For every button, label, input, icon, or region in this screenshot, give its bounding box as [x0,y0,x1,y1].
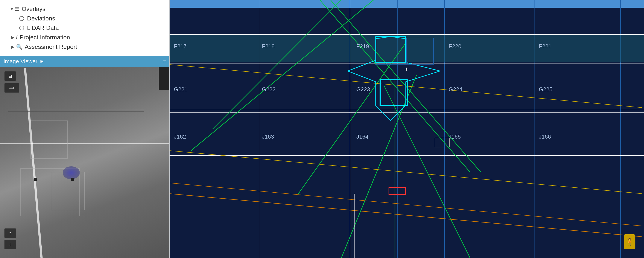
cell-F220: F220 [449,43,461,50]
right-panel: F217 F218 F219 F220 F221 G221 G222 G223 … [170,0,644,258]
svg-line-4 [298,43,406,194]
cell-J164: J164 [356,134,368,140]
crosshair-icon: + [405,66,408,72]
cell-F219: F219 [356,43,369,50]
window-close-btn[interactable]: □ [163,59,166,64]
hline-g-bot2 [170,112,644,112]
chevron-down-icon: ▾ [11,6,13,12]
left-panel: ▾ ☰ Overlays Deviations LiDAR Data ▶ i P… [0,0,170,258]
cyan-rect-bot [380,80,408,105]
cell-F218: F218 [262,43,274,50]
cell-G223: G223 [356,86,370,93]
chevron-right-icon: ▶ [11,35,14,40]
hline-f-top [170,34,644,35]
cell-J162: J162 [174,134,186,140]
tree-item-assessment[interactable]: ▶ 🔍 Assessment Report [2,42,167,52]
project-info-label: Project Information [20,34,70,41]
image-viewer-header: Image Viewer ⊞ □ [0,56,169,67]
map-top-bar [170,0,644,8]
cell-J165: J165 [449,134,461,140]
image-viewer-body: ⊟ ⟺ ↑ ↓ [0,67,169,258]
person-icon: 🧍 [624,234,636,249]
resize-icon: ⟺ [9,86,14,90]
ground-stripe-1 [24,68,43,258]
search-icon: 🔍 [16,44,22,50]
main-container: ▾ ☰ Overlays Deviations LiDAR Data ▶ i P… [0,0,644,258]
svg-line-3 [191,0,374,151]
cell-G221: G221 [174,86,188,93]
folder-icon: ☰ [15,6,20,12]
radio-deviations[interactable] [19,16,24,21]
red-rect [388,187,406,195]
cell-G222: G222 [262,86,276,93]
gray-rect [435,138,450,147]
cell-J166: J166 [539,134,551,140]
track-line-1 [8,109,144,109]
viewer-controls: ⊟ ⟺ [4,71,19,93]
ground-rect-1 [30,120,68,159]
hline-g-bot [170,110,644,110]
chevron-right-icon2: ▶ [11,44,14,50]
down-arrow-icon: ↓ [9,241,12,248]
ground-hline-1 [0,143,169,144]
header-left: Image Viewer ⊞ [4,58,44,65]
tree-item-deviations[interactable]: Deviations [2,14,167,23]
monitor-btn[interactable]: ⊟ [4,71,16,81]
track-line-2 [8,111,144,112]
dot-1 [34,178,37,181]
expand-btn[interactable]: ↓ [4,240,16,249]
blue-box-f219b [406,38,434,65]
info-icon: i [16,35,18,40]
tree-item-project-info[interactable]: ▶ i Project Information [2,33,167,42]
cell-F221: F221 [539,43,552,50]
deviations-label: Deviations [27,15,55,22]
dark-corner [159,67,169,90]
svg-line-11 [170,194,642,237]
cell-G224: G224 [449,86,462,93]
resize-btn[interactable]: ⟺ [4,83,19,93]
radio-lidar[interactable] [19,26,24,30]
dot-2 [71,178,74,181]
blue-box-f219 [374,38,407,65]
assessment-label: Assessment Report [25,44,77,50]
hline-j-top2 [170,155,644,156]
image-viewer-icon: ⊞ [40,59,44,64]
overlays-label: Overlays [22,6,45,13]
image-viewer-title: Image Viewer [4,58,38,65]
lidar-label: LiDAR Data [27,25,59,31]
svg-line-12 [170,183,642,226]
blue-marker [63,166,80,179]
up-arrow-icon: ↑ [9,230,12,236]
viewer-bottom-controls: ↑ ↓ [4,228,16,249]
cell-G225: G225 [539,86,552,93]
ground-image: ⊟ ⟺ ↑ ↓ [0,67,169,258]
tree-panel: ▾ ☰ Overlays Deviations LiDAR Data ▶ i P… [0,0,169,56]
monitor-icon: ⊟ [8,74,12,79]
svg-line-10 [170,151,642,194]
cell-J163: J163 [262,134,274,140]
cell-F217: F217 [174,43,186,50]
tree-item-overlays[interactable]: ▾ ☰ Overlays [2,4,167,14]
tree-item-lidar[interactable]: LiDAR Data [2,23,167,33]
up-down-btn[interactable]: ↑ [4,228,16,238]
